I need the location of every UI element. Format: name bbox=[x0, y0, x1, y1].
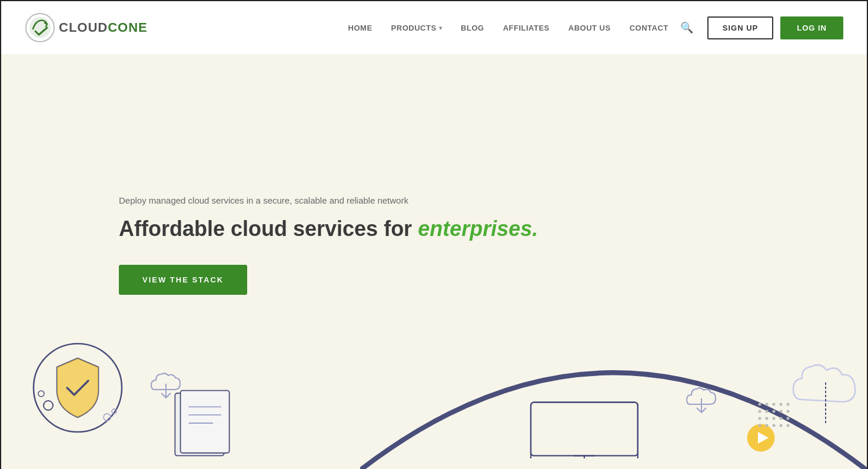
svg-point-28 bbox=[780, 410, 783, 413]
chevron-down-icon: ▾ bbox=[439, 25, 443, 31]
svg-point-31 bbox=[766, 417, 769, 420]
nav-item-about[interactable]: ABOUT US bbox=[568, 22, 611, 33]
svg-point-29 bbox=[787, 410, 790, 413]
svg-point-33 bbox=[780, 417, 783, 420]
hero-subtitle: Deploy managed cloud services in a secur… bbox=[119, 195, 867, 205]
hero-title-accent: enterprises. bbox=[418, 217, 538, 241]
nav-link-affiliates[interactable]: AFFILIATES bbox=[503, 24, 550, 32]
svg-point-4 bbox=[38, 391, 44, 397]
svg-point-36 bbox=[766, 424, 769, 427]
hero-section: Deploy managed cloud services in a secur… bbox=[1, 54, 867, 469]
nav-item-contact[interactable]: CONTACT bbox=[630, 22, 669, 33]
nav-item-products[interactable]: PRODUCTS ▾ bbox=[391, 24, 442, 32]
nav-item-affiliates[interactable]: AFFILIATES bbox=[503, 22, 550, 33]
svg-point-20 bbox=[759, 403, 761, 406]
svg-point-26 bbox=[766, 410, 769, 413]
svg-point-35 bbox=[759, 424, 761, 427]
nav-link-about[interactable]: ABOUT US bbox=[568, 24, 611, 32]
svg-point-37 bbox=[773, 424, 776, 427]
small-circles-decoration bbox=[101, 405, 119, 423]
svg-point-40 bbox=[104, 414, 111, 421]
svg-rect-7 bbox=[181, 391, 230, 453]
svg-point-21 bbox=[766, 403, 769, 406]
svg-point-38 bbox=[780, 424, 783, 427]
svg-point-27 bbox=[773, 410, 776, 413]
logo[interactable]: CLOUDCONE bbox=[25, 12, 148, 43]
svg-point-24 bbox=[787, 403, 790, 406]
svg-rect-11 bbox=[531, 403, 638, 458]
hero-title-plain: Affordable cloud services for bbox=[119, 217, 418, 241]
svg-point-23 bbox=[780, 403, 783, 406]
cta-button[interactable]: VIEW THE STACK bbox=[119, 265, 247, 295]
nav-actions: SIGN UP LOG IN bbox=[707, 16, 843, 39]
search-button[interactable]: 🔍 bbox=[680, 21, 693, 34]
nav-links: HOME PRODUCTS ▾ BLOG AFFILIATES ABOUT US… bbox=[348, 22, 669, 33]
svg-point-25 bbox=[759, 410, 761, 413]
login-button[interactable]: LOG IN bbox=[780, 16, 843, 39]
docs-illustration bbox=[154, 388, 272, 458]
logo-text-cloud: CLOUD bbox=[59, 20, 108, 35]
nav-item-blog[interactable]: BLOG bbox=[461, 22, 484, 33]
hero-text-block: Deploy managed cloud services in a secur… bbox=[1, 101, 867, 295]
svg-point-30 bbox=[759, 417, 761, 420]
signup-button[interactable]: SIGN UP bbox=[707, 16, 773, 39]
logo-text-cone: CONE bbox=[108, 20, 148, 35]
svg-rect-12 bbox=[531, 403, 638, 456]
svg-point-34 bbox=[787, 417, 790, 420]
hero-title: Affordable cloud services for enterprise… bbox=[119, 216, 867, 241]
nav-link-home[interactable]: HOME bbox=[348, 24, 373, 32]
svg-point-41 bbox=[112, 409, 117, 414]
nav-link-products[interactable]: PRODUCTS ▾ bbox=[391, 24, 442, 32]
svg-point-3 bbox=[44, 401, 53, 410]
nav-link-blog[interactable]: BLOG bbox=[461, 24, 484, 32]
svg-point-22 bbox=[773, 403, 776, 406]
navbar: CLOUDCONE HOME PRODUCTS ▾ BLOG AFFILIATE… bbox=[1, 1, 867, 54]
nav-item-home[interactable]: HOME bbox=[348, 22, 373, 33]
nav-link-contact[interactable]: CONTACT bbox=[630, 24, 669, 32]
svg-point-32 bbox=[773, 417, 776, 420]
monitor-illustration bbox=[519, 400, 660, 458]
svg-point-39 bbox=[787, 424, 790, 427]
search-icon: 🔍 bbox=[680, 22, 693, 34]
dots-pattern bbox=[755, 400, 802, 435]
logo-icon bbox=[25, 12, 55, 43]
cloud-download-icon-right bbox=[684, 382, 725, 414]
